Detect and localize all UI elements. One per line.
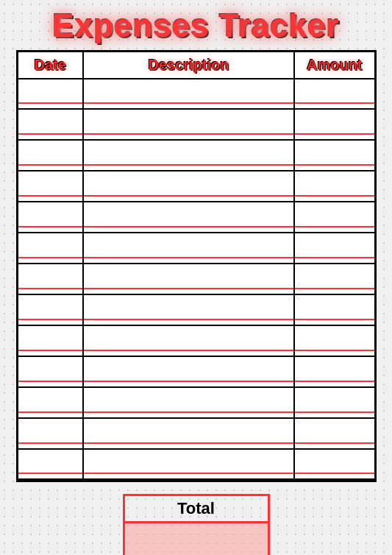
- cell-amount[interactable]: [294, 419, 375, 450]
- table-row[interactable]: [17, 295, 375, 326]
- cell-amount[interactable]: [294, 264, 375, 295]
- table-row[interactable]: [17, 326, 375, 357]
- cell-description[interactable]: [83, 326, 294, 357]
- cell-amount[interactable]: [294, 141, 375, 172]
- table-row[interactable]: [17, 233, 375, 264]
- description-header: Description: [83, 52, 294, 79]
- cell-description[interactable]: [83, 450, 294, 481]
- amount-header: Amount: [294, 52, 375, 79]
- total-section: Total: [123, 494, 270, 556]
- cell-date[interactable]: [17, 141, 83, 172]
- cell-amount[interactable]: [294, 295, 375, 326]
- page-title: Expenses Tracker: [52, 7, 339, 44]
- cell-date[interactable]: [17, 388, 83, 419]
- cell-date[interactable]: [17, 357, 83, 388]
- table-row[interactable]: [17, 141, 375, 172]
- total-value[interactable]: [125, 523, 268, 556]
- table-row[interactable]: [17, 172, 375, 202]
- table-row[interactable]: [17, 450, 375, 481]
- table-row[interactable]: [17, 388, 375, 419]
- cell-date[interactable]: [17, 202, 83, 233]
- cell-amount[interactable]: [294, 202, 375, 233]
- table-row[interactable]: [17, 79, 375, 110]
- cell-date[interactable]: [17, 295, 83, 326]
- cell-description[interactable]: [83, 357, 294, 388]
- cell-description[interactable]: [83, 141, 294, 172]
- cell-date[interactable]: [17, 172, 83, 202]
- cell-date[interactable]: [17, 450, 83, 481]
- cell-amount[interactable]: [294, 172, 375, 202]
- cell-amount[interactable]: [294, 388, 375, 419]
- cell-description[interactable]: [83, 419, 294, 450]
- cell-description[interactable]: [83, 264, 294, 295]
- table-row[interactable]: [17, 110, 375, 141]
- total-box: Total: [123, 494, 270, 556]
- expenses-table: Date Description Amount: [16, 50, 377, 482]
- cell-description[interactable]: [83, 110, 294, 141]
- date-header: Date: [17, 52, 83, 79]
- cell-amount[interactable]: [294, 110, 375, 141]
- table-row[interactable]: [17, 357, 375, 388]
- cell-date[interactable]: [17, 419, 83, 450]
- cell-description[interactable]: [83, 233, 294, 264]
- cell-description[interactable]: [83, 172, 294, 202]
- cell-date[interactable]: [17, 79, 83, 110]
- cell-description[interactable]: [83, 295, 294, 326]
- table-row[interactable]: [17, 264, 375, 295]
- table-row[interactable]: [17, 419, 375, 450]
- cell-date[interactable]: [17, 326, 83, 357]
- cell-amount[interactable]: [294, 357, 375, 388]
- cell-amount[interactable]: [294, 233, 375, 264]
- cell-description[interactable]: [83, 79, 294, 110]
- total-label: Total: [125, 496, 268, 523]
- cell-amount[interactable]: [294, 326, 375, 357]
- table-row[interactable]: [17, 202, 375, 233]
- cell-date[interactable]: [17, 110, 83, 141]
- cell-date[interactable]: [17, 233, 83, 264]
- cell-amount[interactable]: [294, 450, 375, 481]
- cell-description[interactable]: [83, 202, 294, 233]
- cell-date[interactable]: [17, 264, 83, 295]
- cell-description[interactable]: [83, 388, 294, 419]
- cell-amount[interactable]: [294, 79, 375, 110]
